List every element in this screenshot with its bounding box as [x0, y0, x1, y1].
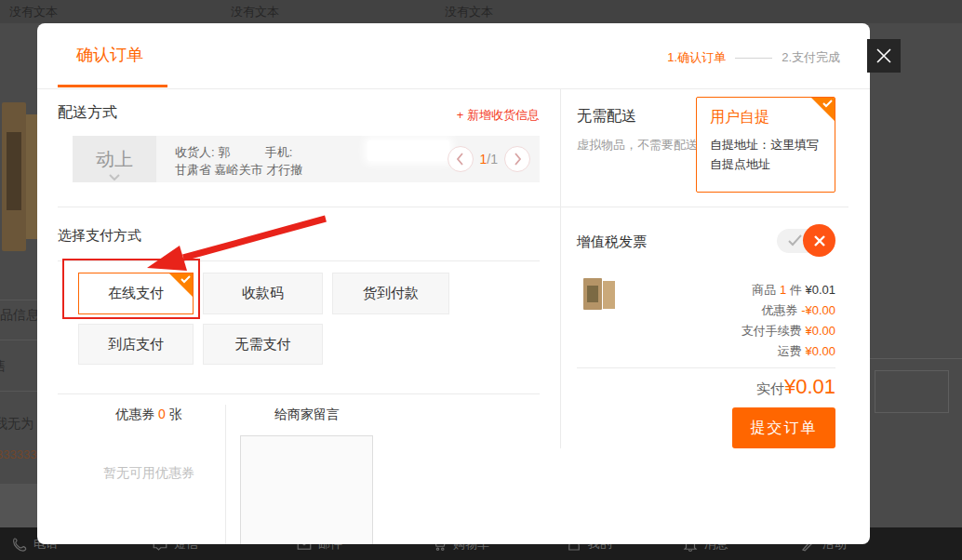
bg-panel-outline	[875, 370, 949, 413]
fee-row: 支付手续费 ¥0.00	[577, 321, 835, 341]
pickup-title: 用户自提	[710, 108, 769, 127]
delivery-section-title: 配送方式	[58, 103, 117, 123]
section-divider	[58, 207, 848, 207]
column-divider	[560, 88, 561, 448]
pay-method-cod[interactable]: 货到付款	[332, 273, 449, 314]
active-tab-underline	[58, 85, 167, 87]
pay-method-label: 到店支付	[108, 336, 164, 353]
receiver-name: 收货人: 郭	[175, 145, 230, 159]
bg-header-text: 没有文本	[9, 4, 58, 20]
product-label: 商品	[752, 283, 776, 297]
total-divider	[577, 367, 835, 368]
bg-text-partial: 售	[0, 358, 7, 375]
bg-divider	[0, 340, 39, 340]
coupon-header: 优惠券 0 张	[65, 407, 233, 423]
coupon-label: 优惠券	[115, 407, 154, 421]
header-divider	[37, 88, 870, 89]
address-pager: 1/1	[448, 146, 530, 172]
coupon-count: 0	[158, 407, 166, 421]
selected-badge	[811, 98, 835, 121]
annotation-arrow	[93, 209, 335, 279]
check-icon	[822, 100, 833, 108]
fee-label: 运费	[778, 344, 802, 358]
product-line: 商品 1 件 ¥0.01	[577, 280, 835, 300]
product-count: 1	[780, 283, 786, 297]
invoice-title: 增值税发票	[577, 233, 647, 251]
pay-method-label: 货到付款	[363, 285, 419, 302]
check-icon	[788, 234, 802, 247]
pay-method-instore[interactable]: 到店支付	[78, 324, 194, 365]
close-button[interactable]	[867, 39, 901, 73]
bg-text-info: 品信息	[0, 307, 39, 324]
fee-label: 优惠券	[762, 303, 798, 317]
submit-order-button[interactable]: 提交订单	[732, 407, 835, 448]
address-tag-tab[interactable]: 动上	[73, 136, 156, 182]
bg-divider	[870, 358, 962, 359]
product-unit: 件	[790, 283, 802, 297]
pickup-desc: 自提地址：这里填写自提点地址	[710, 135, 823, 174]
fee-amount: -¥0.00	[801, 303, 835, 317]
coupon-empty-text: 暂无可用优惠券	[65, 465, 233, 482]
bg-panel	[0, 484, 39, 527]
fee-label: 支付手续费	[742, 324, 802, 338]
fee-amount: ¥0.00	[805, 324, 835, 338]
address-tag: 动上	[96, 147, 133, 172]
message-header: 给商家留言	[233, 407, 381, 423]
product-amount: ¥0.01	[805, 283, 835, 297]
address-card[interactable]: 动上 收货人: 郭 手机: 甘肃省 嘉峪关市 才行撤 1/1	[73, 136, 540, 182]
chevron-down-icon	[109, 174, 120, 180]
prev-address-button[interactable]	[448, 146, 474, 172]
step-separator	[735, 58, 772, 59]
chevron-right-icon	[514, 153, 522, 166]
coupon-divider	[58, 393, 540, 394]
chevron-left-icon	[456, 153, 464, 166]
bg-header-text: 没有文本	[231, 4, 279, 20]
bg-divider	[0, 300, 39, 300]
bg-header-text: 没有文本	[445, 4, 493, 20]
checkout-steps: 1.确认订单 2.支付完成	[667, 49, 840, 66]
add-address-link[interactable]: + 新增收货信息	[372, 107, 540, 124]
bg-text-seller: 我无为	[0, 416, 33, 433]
x-icon	[813, 234, 826, 247]
option-no-delivery[interactable]: 无需配送	[577, 107, 636, 127]
step-confirm-order: 1.确认订单	[667, 49, 726, 66]
phone-icon	[11, 536, 28, 553]
phone-redaction	[367, 140, 449, 161]
pager-total: /1	[487, 152, 498, 167]
address-info: 收货人: 郭 手机: 甘肃省 嘉峪关市 才行撤 1/1	[156, 136, 540, 182]
fee-row: 优惠券 -¥0.00	[577, 300, 835, 321]
background-product-image	[0, 98, 39, 256]
no-delivery-desc: 虚拟物品，不需要配送	[577, 135, 701, 154]
pay-method-label: 收款码	[242, 285, 284, 302]
phone-label: 手机:	[265, 145, 293, 159]
modal-title: 确认订单	[76, 44, 143, 66]
next-address-button[interactable]	[504, 146, 530, 172]
close-icon	[875, 47, 893, 65]
pager-count: 1/1	[480, 151, 498, 168]
option-user-pickup[interactable]: 用户自提 自提地址：这里填写自提点地址	[696, 97, 835, 193]
background-page-header: 没有文本 没有文本 没有文本	[0, 0, 962, 23]
total-line: 实付¥0.01	[577, 375, 835, 399]
coupon-unit: 张	[169, 407, 182, 421]
step-payment-done: 2.支付完成	[782, 49, 840, 66]
bg-divider	[0, 391, 39, 392]
invoice-off-button[interactable]	[803, 224, 835, 257]
fee-summary: 商品 1 件 ¥0.01 优惠券 -¥0.00 支付手续费 ¥0.00 运费 ¥…	[577, 280, 835, 362]
fee-row: 运费 ¥0.00	[577, 341, 835, 362]
pay-method-none[interactable]: 无需支付	[203, 324, 323, 365]
total-amount: ¥0.01	[784, 375, 835, 398]
fee-amount: ¥0.00	[805, 344, 835, 358]
pay-method-label: 无需支付	[235, 336, 291, 353]
total-label: 实付	[756, 380, 784, 396]
merchant-message-input[interactable]	[240, 435, 373, 544]
